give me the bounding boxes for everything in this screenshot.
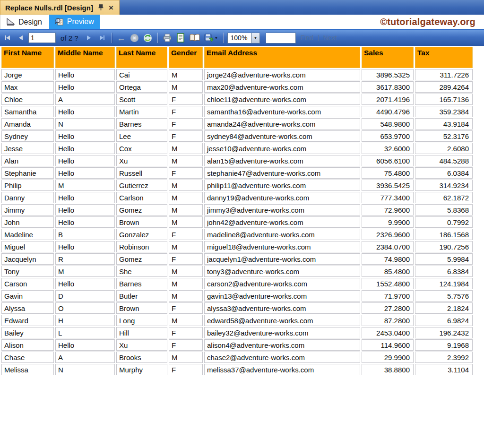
previous-page-button[interactable] — [15, 32, 26, 43]
table-body: JorgeHelloCaiMjorge24@adventure-works.co… — [1, 69, 473, 375]
stop-icon: ✕ — [130, 34, 138, 42]
table-cell: alan15@adventure-works.com — [204, 155, 360, 166]
table-cell: M — [169, 266, 203, 277]
zoom-value: 100% — [227, 33, 252, 43]
table-cell: M — [169, 180, 203, 191]
table-row: AlyssaOBrownFalyssa3@adventure-works.com… — [1, 302, 473, 314]
export-button[interactable]: ▼ — [203, 32, 219, 43]
table-cell: O — [55, 302, 115, 314]
stop-rendering-button[interactable]: ✕ — [129, 32, 140, 43]
table-cell: edward58@adventure-works.com — [204, 315, 360, 326]
back-to-parent-button[interactable]: ← — [116, 32, 127, 43]
table-cell: madeline8@adventure-works.com — [204, 229, 360, 240]
table-cell: F — [169, 302, 203, 314]
table-cell: F — [169, 229, 203, 240]
table-cell: M — [169, 352, 203, 363]
table-cell: danny19@adventure-works.com — [204, 192, 360, 203]
table-row: MadelineBGonzalezFmadeline8@adventure-wo… — [1, 229, 473, 240]
table-cell: bailey32@adventure-works.com — [204, 327, 360, 338]
table-cell: F — [169, 167, 203, 179]
table-row: JohnHelloBrownMjohn42@adventure-works.co… — [1, 216, 473, 228]
table-cell: 71.9700 — [362, 290, 414, 302]
table-cell: Hello — [55, 69, 115, 80]
next-page-button[interactable] — [83, 32, 95, 43]
table-cell: jorge24@adventure-works.com — [204, 69, 360, 80]
document-tab[interactable]: Replace Nulls.rdl [Design] × — [0, 0, 120, 15]
table-cell: Alyssa — [1, 302, 54, 314]
table-cell: 4490.4796 — [362, 106, 414, 117]
table-cell: 3617.8300 — [362, 81, 414, 93]
table-row: JesseHelloCoxMjesse10@adventure-works.co… — [1, 143, 473, 154]
table-cell: 3.1104 — [415, 364, 473, 375]
table-cell: M — [169, 216, 203, 228]
first-page-button[interactable] — [2, 32, 13, 43]
table-cell: Gutierrez — [116, 180, 167, 191]
table-row: SydneyHelloLeeFsydney84@adventure-works.… — [1, 130, 473, 142]
table-cell: A — [55, 94, 115, 105]
table-cell: 27.2800 — [362, 302, 414, 314]
table-cell: 6056.6100 — [362, 155, 414, 166]
table-cell: Hello — [55, 130, 115, 142]
table-cell: 2453.0400 — [362, 327, 414, 338]
table-cell: Brooks — [116, 352, 167, 363]
table-cell: Carlson — [116, 192, 167, 203]
table-cell: 289.4264 — [415, 81, 473, 93]
table-cell: 165.7136 — [415, 94, 473, 105]
view-tab-bar: Design Preview ©tutorialgateway.org — [0, 15, 484, 30]
page-setup-button[interactable] — [188, 32, 201, 43]
table-cell: M — [169, 315, 203, 326]
table-cell: Hello — [55, 143, 115, 154]
table-cell: Barnes — [116, 278, 167, 289]
table-cell: John — [1, 216, 54, 228]
print-button[interactable] — [162, 32, 173, 43]
zoom-caret-icon[interactable]: ▼ — [252, 33, 260, 43]
find-link[interactable]: Find — [301, 34, 313, 42]
print-layout-button[interactable] — [175, 32, 186, 43]
tab-preview[interactable]: Preview — [49, 15, 100, 29]
table-cell: 2384.0700 — [362, 241, 414, 252]
table-row: JimmyHelloGomezMjimmy3@adventure-works.c… — [1, 204, 473, 215]
column-header: Email Address — [204, 47, 360, 68]
table-cell: 87.2800 — [362, 315, 414, 326]
pin-icon[interactable] — [98, 4, 104, 11]
preview-magnifier-icon — [55, 17, 64, 26]
refresh-button[interactable] — [142, 32, 154, 43]
table-cell: Hello — [55, 216, 115, 228]
set-square-icon — [6, 18, 16, 26]
table-cell: 1552.4800 — [362, 278, 414, 289]
report-toolbar: of 2 ? ← ✕ — [0, 30, 484, 46]
table-cell: 2071.4196 — [362, 94, 414, 105]
back-arrow-icon: ← — [117, 34, 126, 43]
table-cell: Hello — [55, 339, 115, 351]
branding-text: ©tutorialgateway.org — [380, 15, 475, 29]
table-cell: tony3@adventure-works.com — [204, 266, 360, 277]
toolbar-separator — [223, 33, 224, 43]
table-cell: M — [169, 69, 203, 80]
table-cell: Amanda — [1, 118, 54, 129]
table-row: AlisonHelloXuFalison4@adventure-works.co… — [1, 339, 473, 351]
table-cell: Hello — [55, 106, 115, 117]
zoom-select[interactable]: 100% ▼ — [227, 33, 260, 43]
table-cell: M — [55, 266, 115, 277]
tab-design[interactable]: Design — [0, 15, 48, 29]
last-page-button[interactable] — [96, 32, 108, 43]
table-cell: 2.1824 — [415, 302, 473, 314]
table-row: BaileyLHillFbailey32@adventure-works.com… — [1, 327, 473, 338]
table-cell: Barnes — [116, 118, 167, 129]
table-cell: 9.9900 — [362, 216, 414, 228]
find-next-link[interactable]: Next — [323, 34, 337, 42]
table-cell: M — [169, 290, 203, 302]
table-cell: 6.0384 — [415, 167, 473, 179]
table-cell: M — [55, 180, 115, 191]
find-text-input[interactable] — [266, 33, 296, 43]
close-icon[interactable]: × — [109, 4, 113, 12]
table-cell: D — [55, 290, 115, 302]
table-cell: N — [55, 118, 115, 129]
table-cell: A — [55, 352, 115, 363]
table-row: JorgeHelloCaiMjorge24@adventure-works.co… — [1, 69, 473, 80]
toolbar-separator — [157, 33, 158, 43]
page-number-input[interactable] — [28, 33, 56, 43]
table-cell: F — [169, 94, 203, 105]
table-cell: jesse10@adventure-works.com — [204, 143, 360, 154]
table-cell: 653.9700 — [362, 130, 414, 142]
